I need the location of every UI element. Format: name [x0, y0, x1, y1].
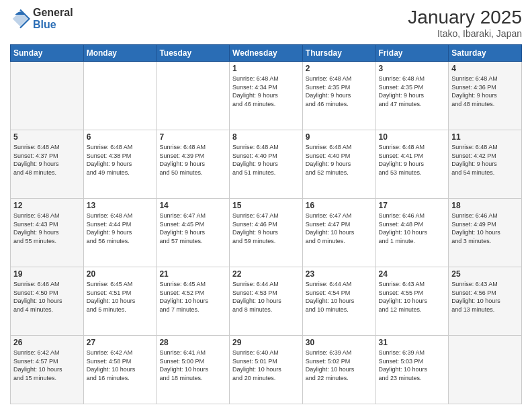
calendar-cell [449, 336, 522, 404]
day-info: Sunrise: 6:47 AM Sunset: 4:45 PM Dayligh… [159, 212, 226, 245]
day-info: Sunrise: 6:48 AM Sunset: 4:35 PM Dayligh… [379, 75, 446, 108]
day-number: 21 [159, 269, 226, 279]
calendar-cell: 18Sunrise: 6:46 AM Sunset: 4:49 PM Dayli… [449, 199, 522, 267]
day-number: 19 [13, 269, 81, 279]
day-info: Sunrise: 6:44 AM Sunset: 4:53 PM Dayligh… [232, 280, 300, 314]
day-info: Sunrise: 6:47 AM Sunset: 4:47 PM Dayligh… [306, 212, 373, 245]
calendar-cell: 3Sunrise: 6:48 AM Sunset: 4:35 PM Daylig… [375, 62, 449, 130]
logo-text: General Blue [33, 7, 73, 30]
day-number: 12 [13, 201, 81, 210]
day-number: 28 [159, 338, 226, 347]
calendar-cell: 16Sunrise: 6:47 AM Sunset: 4:47 PM Dayli… [302, 199, 375, 267]
calendar-cell: 15Sunrise: 6:47 AM Sunset: 4:46 PM Dayli… [230, 199, 303, 267]
day-number: 5 [13, 132, 81, 142]
day-number: 31 [379, 338, 446, 347]
week-row-0: 1Sunrise: 6:48 AM Sunset: 4:34 PM Daylig… [11, 62, 522, 130]
day-number: 20 [87, 269, 154, 279]
weekday-header-sunday: Sunday [11, 45, 84, 62]
day-info: Sunrise: 6:45 AM Sunset: 4:51 PM Dayligh… [87, 280, 154, 314]
calendar-cell: 5Sunrise: 6:48 AM Sunset: 4:37 PM Daylig… [11, 130, 84, 199]
calendar-cell [157, 62, 230, 130]
calendar-cell: 24Sunrise: 6:43 AM Sunset: 4:55 PM Dayli… [375, 267, 449, 336]
weekday-header-tuesday: Tuesday [157, 45, 230, 62]
day-info: Sunrise: 6:43 AM Sunset: 4:55 PM Dayligh… [379, 280, 446, 314]
calendar-cell: 11Sunrise: 6:48 AM Sunset: 4:42 PM Dayli… [449, 130, 522, 199]
calendar-cell: 23Sunrise: 6:44 AM Sunset: 4:54 PM Dayli… [302, 267, 375, 336]
logo-icon [10, 9, 30, 29]
day-info: Sunrise: 6:42 AM Sunset: 4:58 PM Dayligh… [87, 349, 154, 382]
calendar-cell: 4Sunrise: 6:48 AM Sunset: 4:36 PM Daylig… [449, 62, 522, 130]
day-number: 23 [306, 269, 373, 279]
calendar-cell: 13Sunrise: 6:48 AM Sunset: 4:44 PM Dayli… [83, 199, 157, 267]
calendar-cell: 19Sunrise: 6:46 AM Sunset: 4:50 PM Dayli… [11, 267, 84, 336]
weekday-header-saturday: Saturday [449, 45, 522, 62]
day-info: Sunrise: 6:40 AM Sunset: 5:01 PM Dayligh… [232, 349, 300, 382]
day-number: 18 [451, 201, 519, 210]
day-number: 14 [159, 201, 226, 210]
day-number: 9 [306, 132, 373, 142]
calendar-cell: 9Sunrise: 6:48 AM Sunset: 4:40 PM Daylig… [302, 130, 375, 199]
logo: General Blue [10, 7, 73, 30]
calendar-cell: 8Sunrise: 6:48 AM Sunset: 4:40 PM Daylig… [230, 130, 303, 199]
calendar-cell: 30Sunrise: 6:39 AM Sunset: 5:02 PM Dayli… [302, 336, 375, 404]
calendar-cell: 1Sunrise: 6:48 AM Sunset: 4:34 PM Daylig… [230, 62, 303, 130]
calendar-cell: 22Sunrise: 6:44 AM Sunset: 4:53 PM Dayli… [230, 267, 303, 336]
day-number: 3 [379, 64, 446, 73]
calendar-cell [83, 62, 157, 130]
calendar-cell: 31Sunrise: 6:39 AM Sunset: 5:03 PM Dayli… [375, 336, 449, 404]
calendar-cell: 26Sunrise: 6:42 AM Sunset: 4:57 PM Dayli… [11, 336, 84, 404]
day-number: 2 [306, 64, 373, 73]
day-info: Sunrise: 6:43 AM Sunset: 4:56 PM Dayligh… [451, 280, 519, 314]
calendar-cell: 27Sunrise: 6:42 AM Sunset: 4:58 PM Dayli… [83, 336, 157, 404]
title-block: January 2025 Itako, Ibaraki, Japan [408, 7, 522, 39]
day-number: 17 [379, 201, 446, 210]
week-row-2: 12Sunrise: 6:48 AM Sunset: 4:43 PM Dayli… [11, 199, 522, 267]
day-number: 4 [451, 64, 519, 73]
day-info: Sunrise: 6:48 AM Sunset: 4:38 PM Dayligh… [87, 143, 154, 177]
day-info: Sunrise: 6:48 AM Sunset: 4:35 PM Dayligh… [306, 75, 373, 108]
week-row-1: 5Sunrise: 6:48 AM Sunset: 4:37 PM Daylig… [11, 130, 522, 199]
day-number: 7 [159, 132, 226, 142]
calendar-cell: 12Sunrise: 6:48 AM Sunset: 4:43 PM Dayli… [11, 199, 84, 267]
day-number: 6 [87, 132, 154, 142]
month-title: January 2025 [408, 7, 522, 28]
day-info: Sunrise: 6:45 AM Sunset: 4:52 PM Dayligh… [159, 280, 226, 314]
day-info: Sunrise: 6:46 AM Sunset: 4:49 PM Dayligh… [451, 212, 519, 245]
calendar-cell: 25Sunrise: 6:43 AM Sunset: 4:56 PM Dayli… [449, 267, 522, 336]
weekday-header-wednesday: Wednesday [230, 45, 303, 62]
day-info: Sunrise: 6:48 AM Sunset: 4:43 PM Dayligh… [13, 212, 81, 245]
calendar-cell: 28Sunrise: 6:41 AM Sunset: 5:00 PM Dayli… [157, 336, 230, 404]
day-info: Sunrise: 6:48 AM Sunset: 4:39 PM Dayligh… [159, 143, 226, 177]
day-number: 27 [87, 338, 154, 347]
calendar-header: SundayMondayTuesdayWednesdayThursdayFrid… [11, 45, 522, 62]
day-info: Sunrise: 6:42 AM Sunset: 4:57 PM Dayligh… [13, 349, 81, 382]
day-number: 11 [451, 132, 519, 142]
logo-blue-text: Blue [33, 19, 73, 31]
page: General Blue January 2025 Itako, Ibaraki… [0, 0, 532, 411]
calendar-cell: 2Sunrise: 6:48 AM Sunset: 4:35 PM Daylig… [302, 62, 375, 130]
day-number: 22 [232, 269, 300, 279]
week-row-3: 19Sunrise: 6:46 AM Sunset: 4:50 PM Dayli… [11, 267, 522, 336]
weekday-header-friday: Friday [375, 45, 449, 62]
day-info: Sunrise: 6:48 AM Sunset: 4:37 PM Dayligh… [13, 143, 81, 177]
day-info: Sunrise: 6:44 AM Sunset: 4:54 PM Dayligh… [306, 280, 373, 314]
day-info: Sunrise: 6:48 AM Sunset: 4:40 PM Dayligh… [306, 143, 373, 177]
day-info: Sunrise: 6:48 AM Sunset: 4:36 PM Dayligh… [451, 75, 519, 108]
day-number: 25 [451, 269, 519, 279]
weekday-row: SundayMondayTuesdayWednesdayThursdayFrid… [11, 45, 522, 62]
calendar-cell: 21Sunrise: 6:45 AM Sunset: 4:52 PM Dayli… [157, 267, 230, 336]
day-info: Sunrise: 6:48 AM Sunset: 4:41 PM Dayligh… [379, 143, 446, 177]
calendar-cell: 17Sunrise: 6:46 AM Sunset: 4:48 PM Dayli… [375, 199, 449, 267]
weekday-header-monday: Monday [83, 45, 157, 62]
day-info: Sunrise: 6:41 AM Sunset: 5:00 PM Dayligh… [159, 349, 226, 382]
location: Itako, Ibaraki, Japan [408, 28, 522, 39]
calendar-cell: 29Sunrise: 6:40 AM Sunset: 5:01 PM Dayli… [230, 336, 303, 404]
calendar-cell: 7Sunrise: 6:48 AM Sunset: 4:39 PM Daylig… [157, 130, 230, 199]
header: General Blue January 2025 Itako, Ibaraki… [10, 7, 522, 39]
day-number: 24 [379, 269, 446, 279]
calendar-cell: 10Sunrise: 6:48 AM Sunset: 4:41 PM Dayli… [375, 130, 449, 199]
day-number: 26 [13, 338, 81, 347]
calendar-cell [11, 62, 84, 130]
day-number: 15 [232, 201, 300, 210]
day-number: 13 [87, 201, 154, 210]
